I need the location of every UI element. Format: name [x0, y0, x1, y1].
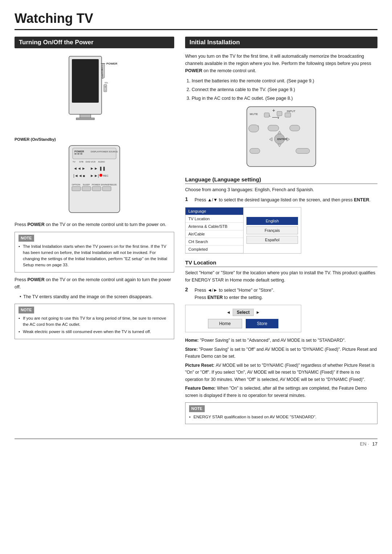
bullet-list-1: The TV enters standby and the image on t… — [15, 294, 174, 300]
menu-item-language: Language — [185, 208, 243, 215]
desc-picture-reset: Picture Reset: AV MODE will be set to "D… — [185, 362, 377, 383]
body-text-2: Press POWER on the TV or on the remote c… — [15, 276, 174, 291]
svg-rect-60 — [290, 125, 300, 131]
svg-rect-70 — [296, 148, 310, 153]
svg-rect-40 — [82, 186, 91, 191]
note-box-2: NOTE If you are not going to use this TV… — [15, 304, 174, 339]
language-section-title: Language (Language setting) — [185, 176, 377, 184]
svg-text:—: — — [272, 114, 277, 120]
svg-text:DVD·VCR: DVD·VCR — [86, 161, 96, 163]
svg-text:►►: ►► — [90, 166, 98, 171]
tv-location-select-row: ◄ Select ► — [189, 309, 297, 316]
small-remote-svg: POWER DISPLAY POWER SOURCE TV STB DVD·VC… — [58, 144, 131, 216]
desc-term-feature-demo: Feature Demo: — [185, 386, 216, 391]
right-arrow: ► — [256, 310, 260, 315]
right-column: Initial Installation When you turn on th… — [185, 37, 377, 428]
svg-rect-1 — [72, 59, 99, 103]
note-item-2b: Weak electric power is still consumed ev… — [19, 329, 170, 335]
language-menu-left: Language TV Location Antenna & Cable/STB… — [185, 208, 244, 253]
setup-step-1: Insert the batteries into the remote con… — [192, 77, 377, 85]
tv-location-title: TV Location — [185, 259, 377, 267]
tv-remote-svg: GUIDE MENU INPUT VOL + - POWER — [58, 53, 131, 132]
svg-text:►: ► — [82, 166, 86, 171]
svg-text:ENTER: ENTER — [277, 138, 287, 141]
tv-side-remote-diagram: GUIDE MENU INPUT VOL + - POWER — [15, 53, 174, 134]
tv-loc-store: Store — [246, 319, 279, 328]
svg-text:►►|: ►►| — [90, 173, 99, 178]
desc-term-picture-reset: Picture Reset: — [185, 363, 215, 368]
tv-location-desc: Select "Home" or "Store" for the locatio… — [185, 269, 377, 284]
setup-step-3: Plug in the AC cord to the AC outlet. (S… — [192, 95, 377, 102]
svg-text:MUTE: MUTE — [250, 112, 258, 116]
svg-text:■: ■ — [83, 174, 85, 178]
step-1-text: Press ▲/▼ to select the desired language… — [195, 196, 371, 204]
svg-rect-49 — [264, 113, 269, 117]
power-standby-label: POWER (On/Standby) — [15, 137, 174, 141]
svg-rect-58 — [268, 125, 279, 131]
svg-text:◄◄: ◄◄ — [73, 166, 81, 171]
left-section-header: Turning On/Off the Power — [15, 37, 174, 48]
svg-text:REC: REC — [103, 175, 109, 177]
desc-feature-demo: Feature Demo: When "On" is selected, aft… — [185, 385, 377, 399]
desc-term-store: Store: — [185, 347, 198, 352]
step-1-row: 1 Press ▲/▼ to select the desired langua… — [185, 196, 377, 204]
svg-text:INPUT: INPUT — [101, 74, 103, 79]
note-title-2: NOTE — [19, 307, 34, 313]
svg-text:❚❚: ❚❚ — [99, 166, 106, 171]
lang-code: EN · — [360, 441, 369, 447]
svg-text:DISPLAY: DISPLAY — [91, 151, 100, 153]
svg-text:AUDIO: AUDIO — [98, 161, 105, 163]
svg-text:OPTION: OPTION — [72, 184, 80, 186]
right-remote-diagram: MUTE + INPUT VOL CH — ∨ AQUOS NET MENU A… — [185, 105, 377, 171]
note-list-1: The Initial Installation starts when the… — [19, 243, 170, 268]
right-remote-svg: MUTE + INPUT VOL CH — ∨ AQUOS NET MENU A… — [243, 105, 319, 170]
note-item-2a: If you are not going to use this TV for … — [19, 315, 170, 328]
svg-text:|◄◄: |◄◄ — [73, 173, 82, 178]
note-list-2: If you are not going to use this TV for … — [19, 315, 170, 335]
tv-location-menu: ◄ Select ► Home Store — [185, 305, 301, 332]
svg-text:+: + — [272, 107, 275, 113]
step-number-2: 2 — [185, 287, 192, 292]
svg-text:TV: TV — [73, 161, 75, 163]
bullet-item: The TV enters standby and the image on t… — [20, 294, 174, 300]
lang-option-french: Français — [246, 226, 298, 234]
page-num-value: 17 — [372, 441, 377, 447]
page-title: Watching TV — [15, 11, 377, 30]
svg-text:VOL: VOL — [105, 82, 108, 84]
language-desc: Choose from among 3 languages: English, … — [185, 186, 377, 193]
tv-location-options: Home Store — [189, 319, 297, 328]
note-title-bottom: NOTE — [189, 405, 205, 412]
svg-rect-47 — [285, 113, 291, 117]
select-label: Select — [233, 309, 253, 316]
desc-store: Store: "Power Saving" is set to "Off" an… — [185, 346, 377, 360]
svg-rect-19 — [80, 153, 82, 155]
setup-steps-list: Insert the batteries into the remote con… — [185, 77, 377, 102]
svg-rect-41 — [92, 186, 101, 191]
body-text-1: Press POWER on the TV or on the remote c… — [15, 221, 174, 228]
menu-item-completed: Completed — [185, 246, 243, 253]
svg-text:STB: STB — [79, 161, 83, 163]
language-options: English Français Español — [244, 208, 301, 253]
menu-item-antenna: Antenna & Cable/STB — [185, 223, 243, 230]
svg-rect-18 — [77, 153, 79, 155]
setup-step-2: Connect the antenna cable to the TV. (Se… — [192, 86, 377, 93]
svg-rect-17 — [74, 153, 77, 155]
note-box-bottom: NOTE ENERGY STAR qualification is based … — [185, 402, 377, 424]
step-2-text: Press ◄/► to select "Home" or "Store". P… — [195, 287, 274, 301]
step-2-row: 2 Press ◄/► to select "Home" or "Store".… — [185, 287, 377, 301]
svg-rect-56 — [249, 125, 259, 132]
svg-text:∨: ∨ — [277, 115, 279, 119]
note-box-1: NOTE The Initial Installation starts whe… — [15, 232, 174, 272]
svg-point-33 — [99, 174, 102, 177]
lang-option-spanish: Español — [246, 236, 298, 244]
tv-loc-home: Home — [208, 319, 242, 328]
small-remote-diagram: POWER DISPLAY POWER SOURCE TV STB DVD·VC… — [15, 144, 174, 217]
desc-def-home: "Power Saving" is set to "Advanced", and… — [200, 338, 346, 343]
desc-home: Home: "Power Saving" is set to "Advanced… — [185, 337, 377, 344]
descriptions: Home: "Power Saving" is set to "Advanced… — [185, 337, 377, 399]
svg-rect-39 — [72, 186, 81, 191]
intro-text: When you turn on the TV for the first ti… — [185, 53, 377, 74]
language-menu: Language TV Location Antenna & Cable/STB… — [185, 207, 301, 254]
svg-text:+: + — [105, 86, 106, 88]
svg-text:FREEZE: FREEZE — [108, 184, 117, 186]
